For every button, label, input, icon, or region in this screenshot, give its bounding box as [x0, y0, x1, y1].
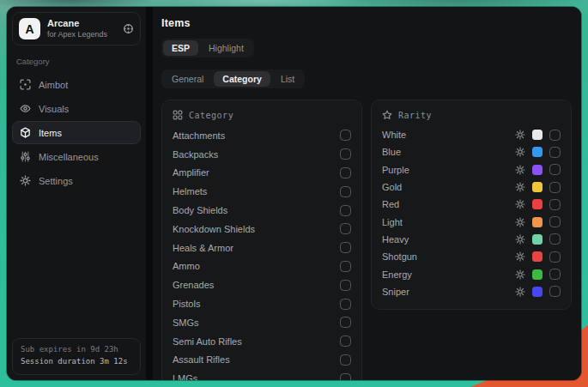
color-swatch[interactable]: [532, 269, 543, 280]
panels-row: Category AttachmentsBackpacksAmplifierHe…: [161, 100, 573, 380]
rarity-row: Sniper: [382, 283, 561, 300]
category-item-label: Body Shields: [173, 205, 340, 215]
rarity-item-label: White: [382, 130, 515, 140]
tab-highlight[interactable]: Highlight: [200, 40, 252, 56]
app-subtitle: for Apex Legends: [47, 30, 116, 39]
checkbox[interactable]: [340, 242, 351, 253]
checkbox[interactable]: [340, 167, 351, 178]
category-row: Knockdown Shields: [173, 220, 351, 239]
rarity-row: Blue: [382, 143, 561, 160]
category-item-label: Backpacks: [173, 149, 340, 160]
rarity-row: Purple: [382, 161, 561, 178]
category-row: SMGs: [173, 313, 351, 332]
category-item-label: Assault Rifles: [173, 354, 340, 365]
category-row: Attachments: [173, 126, 351, 145]
rarity-item-label: Purple: [382, 165, 515, 175]
grid-icon: [173, 110, 183, 120]
category-item-label: Ammo: [173, 261, 340, 271]
checkbox[interactable]: [340, 280, 351, 291]
gear-icon[interactable]: [515, 287, 525, 297]
session-duration-text: Session duration 3m 12s: [21, 356, 132, 368]
sidebar-item-visuals[interactable]: Visuals: [12, 97, 141, 120]
tab-category[interactable]: Category: [214, 71, 270, 87]
checkbox[interactable]: [549, 182, 561, 193]
tab-esp[interactable]: ESP: [163, 40, 198, 56]
checkbox[interactable]: [340, 186, 351, 197]
category-item-label: Helmets: [173, 186, 340, 197]
sidebar: A Arcane for Apex Legends Category Aimbo…: [7, 7, 147, 380]
tab-list[interactable]: List: [272, 71, 303, 87]
checkbox[interactable]: [549, 199, 561, 210]
category-row: Grenades: [173, 275, 351, 294]
sidebar-item-settings[interactable]: Settings: [12, 169, 141, 192]
checkbox[interactable]: [340, 223, 351, 234]
gear-icon[interactable]: [515, 165, 525, 175]
gear-icon: [20, 175, 31, 186]
gear-icon[interactable]: [515, 269, 525, 280]
checkbox[interactable]: [549, 233, 561, 245]
color-swatch[interactable]: [532, 147, 543, 157]
checkbox[interactable]: [340, 205, 351, 216]
sidebar-item-miscellaneous[interactable]: Miscellaneous: [12, 145, 141, 168]
color-swatch[interactable]: [532, 234, 543, 245]
checkbox[interactable]: [340, 130, 351, 141]
checkbox[interactable]: [549, 216, 561, 227]
checkbox[interactable]: [340, 354, 351, 366]
checkbox[interactable]: [549, 164, 561, 175]
sidebar-item-items[interactable]: Items: [12, 121, 141, 144]
category-item-label: LMGs: [173, 373, 340, 380]
checkbox[interactable]: [549, 251, 561, 263]
color-swatch[interactable]: [532, 199, 543, 209]
brand-card: A Arcane for Apex Legends: [12, 12, 141, 45]
checkbox[interactable]: [340, 299, 351, 310]
checkbox[interactable]: [340, 148, 351, 160]
category-item-label: Pistols: [173, 299, 340, 309]
gear-icon[interactable]: [515, 182, 525, 192]
main-content: Items ESPHighlight GeneralCategoryList C…: [153, 7, 581, 380]
rarity-item-label: Gold: [382, 182, 515, 192]
gear-icon[interactable]: [515, 251, 525, 262]
gear-icon[interactable]: [515, 217, 525, 227]
category-row: Semi Auto Rifles: [173, 332, 351, 351]
gear-icon[interactable]: [515, 234, 525, 245]
category-item-label: Attachments: [173, 130, 340, 141]
checkbox[interactable]: [340, 261, 351, 272]
checkbox[interactable]: [549, 286, 561, 297]
mode-tab-group: ESPHighlight: [161, 39, 254, 57]
color-swatch[interactable]: [532, 182, 543, 192]
rarity-item-label: Light: [382, 217, 515, 227]
checkbox[interactable]: [549, 147, 561, 158]
view-tab-group: GeneralCategoryList: [161, 70, 305, 88]
checkbox[interactable]: [340, 373, 351, 380]
checkbox[interactable]: [340, 317, 351, 328]
category-row: Pistols: [173, 294, 351, 313]
rarity-item-label: Shotgun: [382, 251, 515, 262]
eye-icon: [20, 103, 31, 114]
color-swatch[interactable]: [532, 251, 543, 262]
color-swatch[interactable]: [532, 217, 543, 227]
sidebar-item-aimbot[interactable]: Aimbot: [12, 73, 141, 96]
checkbox[interactable]: [340, 336, 351, 347]
gear-icon[interactable]: [515, 199, 525, 209]
page-title: Items: [161, 17, 573, 29]
gear-icon[interactable]: [515, 130, 525, 140]
sidebar-nav: AimbotVisualsItemsMiscellaneousSettings: [12, 73, 141, 192]
rarity-row: Red: [382, 196, 561, 213]
target-icon[interactable]: [123, 23, 134, 34]
checkbox[interactable]: [549, 269, 561, 280]
category-item-label: Knockdown Shields: [173, 224, 340, 234]
tab-general[interactable]: General: [163, 71, 212, 87]
checkbox[interactable]: [549, 130, 561, 141]
cube-icon: [20, 127, 31, 138]
color-swatch[interactable]: [532, 287, 543, 297]
rarity-panel-title: Rarity: [398, 111, 432, 120]
category-item-label: Grenades: [173, 280, 340, 290]
subscription-info-box: Sub expires in 9d 23h Session duration 3…: [12, 338, 141, 375]
category-row: Ammo: [173, 257, 351, 276]
color-swatch[interactable]: [532, 130, 543, 140]
color-swatch[interactable]: [532, 165, 543, 175]
rarity-item-label: Red: [382, 199, 515, 209]
rarity-row: Energy: [382, 265, 561, 282]
category-row: Amplifier: [173, 164, 351, 183]
gear-icon[interactable]: [515, 147, 525, 157]
